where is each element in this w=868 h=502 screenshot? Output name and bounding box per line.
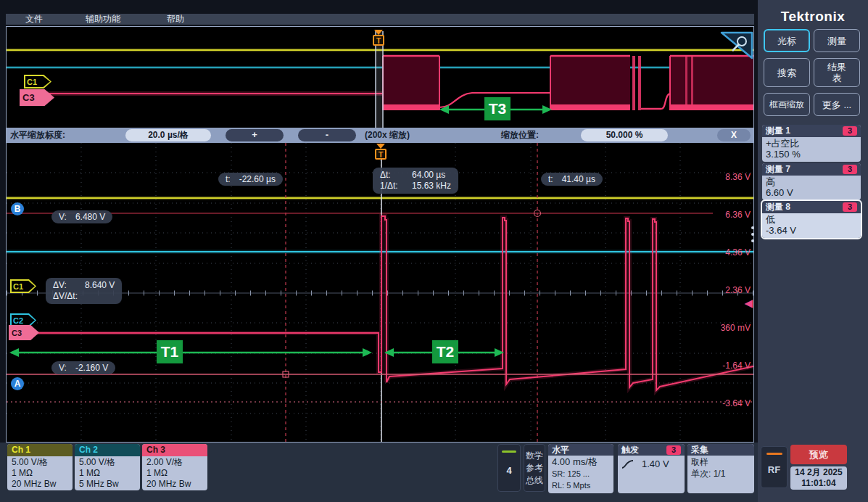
axis-label-4: 360 mV xyxy=(721,323,751,333)
measurement-card-8-header: 测量 8 3 xyxy=(762,201,861,213)
more-button-label: 更多 ... xyxy=(822,99,851,110)
oscilloscope-screen: 文件 辅助功能 帮助 xyxy=(0,0,868,502)
measurement-card-1-body: +占空比 3.150 % xyxy=(762,137,861,162)
zoom-scale-value[interactable]: 20.0 µs/格 xyxy=(125,129,211,141)
channel-1-bandwidth: 20 MHz Bw xyxy=(12,479,68,490)
ch3-level-arrow-icon[interactable]: ◀ xyxy=(744,297,753,310)
inv-dt-value: 15.63 kHz xyxy=(412,181,451,192)
zoom-in-button[interactable]: + xyxy=(226,129,284,141)
trigger-body: 1.40 V xyxy=(618,456,685,471)
zoom-close-button[interactable]: X xyxy=(717,129,751,141)
cursor-a-time-value: -22.60 µs xyxy=(239,174,276,184)
measurement-card-1-title: 测量 1 xyxy=(766,125,790,137)
cursor-b-time-label: t: xyxy=(548,174,553,184)
horizontal-record-length: RL: 5 Mpts xyxy=(552,480,610,491)
horizontal-body: 4.00 ms/格 SR: 125 ... RL: 5 Mpts xyxy=(548,456,613,492)
channel-3-badge[interactable]: Ch 3 2.00 V/格 1 MΩ 20 MHz Bw xyxy=(142,444,207,490)
menu-bar: 文件 辅助功能 帮助 xyxy=(6,14,754,25)
dv-value: 8.640 V xyxy=(85,280,115,291)
channel-1-badge[interactable]: Ch 1 5.00 V/格 1 MΩ 20 MHz Bw xyxy=(7,444,73,490)
channel-2-bandwidth: 5 MHz Bw xyxy=(79,479,136,490)
measurement-card-7-name: 高 xyxy=(766,176,857,187)
channel-1-name: Ch 1 xyxy=(7,444,73,456)
measurement-card-8-title: 测量 8 xyxy=(766,201,790,213)
overview-trigger-marker[interactable]: T xyxy=(373,35,384,46)
bus-label: 总线 xyxy=(524,474,545,487)
channel-3-impedance: 1 MΩ xyxy=(146,468,203,479)
delta-voltage-readout: ΔV: 8.640 V ΔV/Δt: xyxy=(46,278,122,304)
zoom-position-value[interactable]: 50.000 % xyxy=(581,129,668,141)
trigger-title: 触发 xyxy=(621,444,639,456)
zoom-factor-label: (200x 缩放) xyxy=(365,128,410,143)
cursor-b-handle[interactable]: B xyxy=(11,202,24,215)
acquisition-badge[interactable]: 采集 取样 单次: 1/1 xyxy=(687,444,754,493)
math-ref-bus-button[interactable]: 数学 参考 总线 xyxy=(524,444,545,492)
more-button[interactable]: 更多 ... xyxy=(814,93,860,116)
channel-2-name: Ch 2 xyxy=(75,444,140,456)
cursor-b-time-value: 41.40 µs xyxy=(562,174,595,184)
cursors-button[interactable]: 光标 xyxy=(764,29,810,52)
results-table-button[interactable]: 结果 表 xyxy=(814,58,860,87)
horizontal-badge[interactable]: 水平 4.00 ms/格 SR: 125 ... RL: 5 Mpts xyxy=(548,444,613,493)
t3-annotation-label: T3 xyxy=(484,97,511,120)
axis-label-0: 8.36 V xyxy=(725,172,751,182)
zoom-scale-label: 水平缩放标度: xyxy=(10,128,65,143)
acquisition-body: 取样 单次: 1/1 xyxy=(687,456,754,480)
dt-label: Δt: xyxy=(380,170,406,181)
measurement-card-1-header: 测量 1 3 xyxy=(762,125,861,137)
trigger-source-badge: 3 xyxy=(666,445,681,455)
cursor-a-voltage-label: V: xyxy=(59,363,67,373)
dt-value: 64.00 µs xyxy=(412,170,445,181)
cursor-a-time-readout: t: -22.60 µs xyxy=(218,173,283,186)
measurement-card-7-source-badge: 3 xyxy=(843,165,857,174)
measure-button-label: 测量 xyxy=(827,36,846,46)
search-button[interactable]: 搜索 xyxy=(764,58,810,87)
channel-3-name: Ch 3 xyxy=(142,444,207,456)
measurement-card-1-value: 3.150 % xyxy=(766,149,857,160)
menu-file[interactable]: 文件 xyxy=(25,14,43,25)
rising-edge-icon xyxy=(621,459,635,469)
panel-drag-handle[interactable] xyxy=(751,226,754,242)
menu-help[interactable]: 帮助 xyxy=(167,14,184,25)
date-label: 14 2月 2025 xyxy=(790,467,847,478)
acquisition-title: 采集 xyxy=(691,444,708,456)
zoom-overview-icon[interactable] xyxy=(720,31,753,60)
time-label: 11:01:04 xyxy=(790,478,847,489)
bottom-bar: Ch 1 5.00 V/格 1 MΩ 20 MHz Bw Ch 2 5.00 V… xyxy=(0,443,758,502)
waveform-4-badge[interactable]: 4 xyxy=(497,444,521,492)
cursor-a-handle[interactable]: A xyxy=(11,377,24,390)
cursor-b-voltage-value: 6.480 V xyxy=(75,212,105,222)
tektronix-logo: Tektronix xyxy=(758,9,868,25)
dv-label: ΔV: xyxy=(53,280,79,291)
zoom-out-button[interactable]: - xyxy=(298,129,356,141)
rf-button[interactable]: RF xyxy=(761,446,788,488)
channel-1-body: 5.00 V/格 1 MΩ 20 MHz Bw xyxy=(7,456,73,490)
menu-utility[interactable]: 辅助功能 xyxy=(86,14,120,25)
measurement-card-8-source-badge: 3 xyxy=(843,202,857,212)
measurement-card-8-value: -3.64 V xyxy=(766,225,857,236)
ref-label: 参考 xyxy=(524,462,545,474)
trigger-badge[interactable]: 触发 3 1.40 V xyxy=(618,444,685,493)
draw-box-zoom-button-label: 框画缩放 xyxy=(769,99,804,110)
channel-2-badge[interactable]: Ch 2 5.00 V/格 1 MΩ 5 MHz Bw xyxy=(75,444,140,490)
measurement-card-7-title: 测量 7 xyxy=(766,163,790,176)
cursor-a-voltage-readout: V: -2.160 V xyxy=(51,361,115,374)
zoomed-view[interactable]: T t: -22.60 µs Δt: 64.00 µs 1/Δt: 15.63 … xyxy=(7,143,753,442)
t1-annotation-label: T1 xyxy=(157,340,183,363)
channel-1-impedance: 1 MΩ xyxy=(12,468,68,479)
channel-3-body: 2.00 V/格 1 MΩ 20 MHz Bw xyxy=(142,456,207,490)
results-table-button-label: 结果 表 xyxy=(827,62,846,83)
overview-view[interactable]: C1 C3 T T3 xyxy=(7,27,753,128)
preview-button[interactable]: 预览 xyxy=(790,445,847,464)
measurement-card-8-body: 低 -3.64 V xyxy=(762,213,861,238)
measurement-card-7[interactable]: 测量 7 3 高 6.60 V xyxy=(762,163,861,200)
channel-2-impedance: 1 MΩ xyxy=(79,468,136,479)
measure-button[interactable]: 测量 xyxy=(814,29,860,52)
main-trigger-marker[interactable]: T xyxy=(375,149,387,160)
measurement-card-1[interactable]: 测量 1 3 +占空比 3.150 % xyxy=(762,125,861,162)
cursor-b-voltage-readout: V: 6.480 V xyxy=(51,210,112,223)
draw-box-zoom-button[interactable]: 框画缩放 xyxy=(764,93,810,116)
rf-label: RF xyxy=(761,464,787,475)
cursor-a-voltage-value: -2.160 V xyxy=(75,363,108,373)
measurement-card-8[interactable]: 测量 8 3 低 -3.64 V xyxy=(762,201,861,238)
